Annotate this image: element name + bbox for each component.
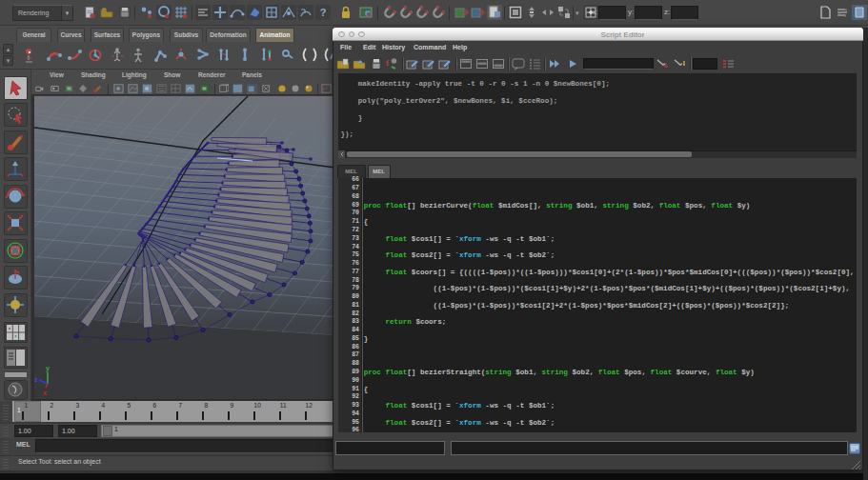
svg-text:y: y: [46, 365, 50, 372]
svg-text:x: x: [43, 390, 47, 396]
svg-text:z: z: [34, 376, 38, 383]
svg-text:f: f: [386, 58, 390, 68]
